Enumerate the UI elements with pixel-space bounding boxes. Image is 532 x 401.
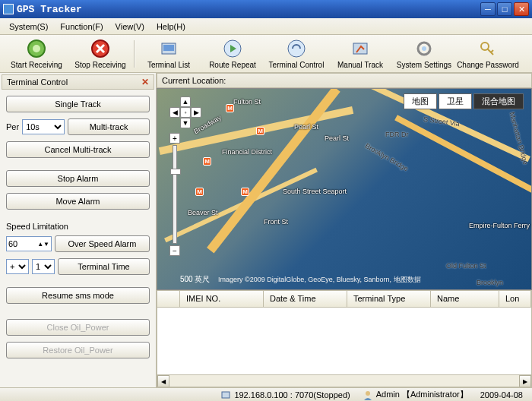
- map-type-switcher: 地图 卫星 混合地图: [402, 93, 524, 109]
- svg-rect-11: [222, 392, 230, 398]
- terminal-list-icon: [158, 38, 179, 59]
- metro-icon: M: [256, 127, 264, 135]
- menu-view[interactable]: View(V): [109, 21, 150, 33]
- grid-header: IMEI NO. Date & Time Terminal Type Name …: [157, 291, 531, 308]
- grid-col-blank[interactable]: [157, 291, 180, 307]
- map-label: Pearl St: [325, 134, 349, 142]
- map-zoom-in[interactable]: +: [169, 133, 180, 144]
- start-receiving-button[interactable]: Start Receiving: [5, 36, 68, 71]
- speed-limitation-label: Speed Limitation: [6, 222, 150, 231]
- map-zoom-slider[interactable]: [173, 145, 177, 244]
- stop-alarm-button[interactable]: Stop Alarm: [6, 170, 150, 187]
- close-oil-power-button[interactable]: Close Oil_Power: [6, 319, 150, 336]
- map-attribution: Imagery ©2009 DigitalGlobe, GeoEye, Blue…: [218, 275, 421, 285]
- grid-col-datetime[interactable]: Date & Time: [264, 291, 347, 307]
- main-panel: Current Location: M M M M M Fulton St Br…: [157, 73, 532, 387]
- sidebar-header: Terminal Control ✕: [2, 74, 154, 90]
- cancel-multi-track-button[interactable]: Cancel Multi-track: [6, 141, 150, 158]
- horizontal-scrollbar[interactable]: ◀ ▶: [157, 374, 531, 387]
- map-label: Fulton St: [233, 98, 261, 106]
- restore-oil-power-button[interactable]: Restore Oil_Power: [6, 342, 150, 358]
- map-pan-north[interactable]: ▲: [180, 96, 191, 107]
- metro-icon: M: [241, 188, 249, 196]
- route-repeat-button[interactable]: Route Repeat: [201, 36, 264, 71]
- status-date: 2009-04-08: [480, 390, 523, 399]
- app-icon: [3, 4, 14, 14]
- per-label: Per: [6, 122, 19, 131]
- move-alarm-button[interactable]: Move Alarm: [6, 193, 150, 210]
- terminal-control-icon: [286, 38, 307, 59]
- manual-track-button[interactable]: Manual Track: [328, 36, 392, 71]
- start-icon: [26, 38, 47, 59]
- settings-icon: [413, 38, 435, 59]
- map-pan-east[interactable]: ▶: [191, 107, 201, 118]
- map-zoom-out[interactable]: −: [169, 245, 180, 256]
- current-location-header: Current Location:: [157, 73, 532, 88]
- scroll-right-button[interactable]: ▶: [519, 375, 531, 387]
- grid-col-name[interactable]: Name: [431, 291, 499, 307]
- svg-point-12: [366, 391, 370, 396]
- window-titlebar: GPS Tracker ─ □ ✕: [0, 0, 532, 18]
- map[interactable]: M M M M M Fulton St Broadway Pearl St Pe…: [157, 88, 532, 290]
- map-label: Front St: [264, 218, 288, 226]
- speed-value-input[interactable]: 60▲▼: [6, 236, 52, 251]
- change-password-button[interactable]: Change Password: [456, 36, 520, 71]
- scroll-left-button[interactable]: ◀: [157, 375, 169, 387]
- map-label: Old Fulton St: [446, 262, 486, 270]
- status-admin: Admin 【Administrator】: [376, 389, 468, 400]
- map-label: FDR Dr: [385, 131, 409, 138]
- grid-col-imei[interactable]: IMEI NO.: [180, 291, 264, 307]
- map-controls: ▲ ▼ ◀ ▶ ◦ + −: [169, 96, 201, 256]
- grid-col-lon[interactable]: Lon: [499, 291, 531, 307]
- user-icon: [363, 390, 373, 400]
- map-label: South Street Seaport: [283, 188, 347, 195]
- close-button[interactable]: ✕: [514, 2, 529, 16]
- timezone-sign-select[interactable]: +: [6, 259, 29, 274]
- server-icon: [220, 390, 231, 400]
- statusbar: 192.168.0.100 : 7070(Stopped) Admin 【Adm…: [0, 387, 532, 401]
- manual-track-icon: [350, 38, 371, 59]
- stop-receiving-button[interactable]: Stop Receiving: [68, 36, 132, 71]
- key-icon: [477, 38, 499, 59]
- metro-icon: M: [203, 157, 211, 166]
- map-label: Brooklyn: [477, 279, 503, 286]
- per-interval-select[interactable]: 10s: [22, 119, 65, 134]
- map-label: Pearl St: [294, 123, 318, 131]
- map-type-hybrid[interactable]: 混合地图: [473, 93, 524, 109]
- svg-point-1: [33, 45, 40, 52]
- sidebar-close-icon[interactable]: ✕: [141, 77, 149, 87]
- maximize-button[interactable]: □: [497, 2, 512, 16]
- route-repeat-icon: [222, 38, 243, 59]
- timezone-hour-select[interactable]: 1: [32, 259, 55, 274]
- status-server: 192.168.0.100 : 7070(Stopped): [234, 390, 350, 399]
- map-scale: 500 英尺: [180, 274, 210, 285]
- map-pan-south[interactable]: ▼: [180, 118, 191, 128]
- grid-col-terminal-type[interactable]: Terminal Type: [347, 291, 431, 307]
- window-title: GPS Tracker: [17, 4, 479, 15]
- map-pan-west[interactable]: ◀: [169, 107, 180, 118]
- menu-function[interactable]: Function(F): [54, 21, 109, 33]
- minimize-button[interactable]: ─: [480, 2, 496, 16]
- map-type-map[interactable]: 地图: [404, 93, 437, 109]
- map-pan-center[interactable]: ◦: [180, 107, 191, 118]
- menu-help[interactable]: Help(H): [150, 21, 192, 33]
- terminal-control-button[interactable]: Terminal Control: [264, 36, 328, 71]
- menu-system[interactable]: System(S): [3, 21, 54, 33]
- system-settings-button[interactable]: System Settings: [392, 36, 456, 71]
- terminal-list-button[interactable]: Terminal List: [137, 36, 201, 71]
- grid-body: [157, 308, 531, 374]
- resume-sms-button[interactable]: Resume sms mode: [6, 287, 150, 304]
- svg-rect-4: [163, 45, 174, 51]
- stop-icon: [90, 38, 111, 59]
- single-track-button[interactable]: Single Track: [6, 96, 150, 112]
- map-label: Empire-Fulton Ferry State Park: [469, 222, 532, 229]
- multi-track-button[interactable]: Multi-track: [68, 118, 150, 135]
- sidebar: Terminal Control ✕ Single Track Per 10s …: [0, 73, 157, 387]
- toolbar: Start Receiving Stop Receiving Terminal …: [0, 35, 532, 73]
- svg-point-9: [422, 46, 426, 51]
- over-speed-alarm-button[interactable]: Over Speed Alarm: [55, 235, 150, 252]
- terminal-time-button[interactable]: Terminal Time: [58, 258, 150, 275]
- menubar: System(S) Function(F) View(V) Help(H): [0, 18, 532, 35]
- map-type-satellite[interactable]: 卫星: [439, 93, 472, 109]
- data-grid: IMEI NO. Date & Time Terminal Type Name …: [157, 290, 532, 387]
